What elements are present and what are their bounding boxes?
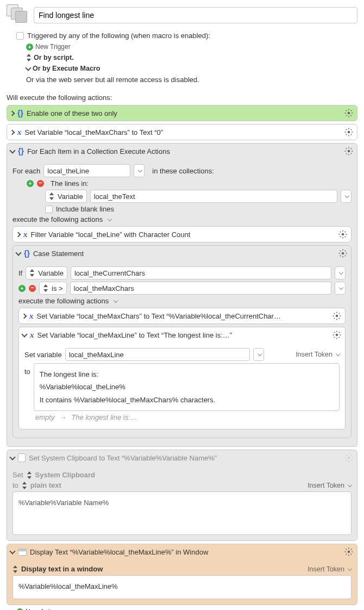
plus-icon: +	[26, 43, 33, 51]
exec-following-label: execute the following actions	[18, 297, 109, 305]
variable-icon: x	[29, 312, 34, 321]
svg-line-24	[351, 153, 352, 154]
new-action-button[interactable]: + New Action	[16, 608, 357, 610]
insert-token-button[interactable]: Insert Token	[296, 351, 340, 358]
svg-point-9	[348, 131, 350, 134]
gear-icon[interactable]	[332, 330, 342, 340]
action-set-clipboard: Set System Clipboard to Text “%Variable%…	[7, 450, 357, 541]
svg-line-62	[339, 332, 340, 333]
svg-line-50	[334, 313, 335, 314]
chevron-down-icon	[348, 566, 352, 570]
web-server-note: Or via the web server but all remote acc…	[26, 76, 356, 84]
value-textarea[interactable]: The longest line is: %Variable%local_the…	[34, 363, 340, 411]
display-value-textarea[interactable]: %Variable%local_theMaxLine%	[12, 575, 352, 599]
display-mode-select[interactable]: Display text in a window	[21, 565, 103, 573]
gear-icon[interactable]	[344, 547, 354, 557]
action-set-maxline: x Set Variable “local_theMaxLine” to Tex…	[18, 327, 346, 430]
gear-icon[interactable]	[332, 311, 342, 321]
gear-icon[interactable]	[344, 127, 354, 137]
gear-icon[interactable]	[338, 229, 348, 239]
svg-line-59	[334, 332, 335, 333]
macro-title-input[interactable]	[34, 7, 357, 23]
system-clipboard-select[interactable]: System Clipboard	[35, 471, 96, 479]
svg-point-0	[348, 112, 350, 115]
chevron-down-icon[interactable]	[108, 216, 112, 221]
svg-line-15	[351, 134, 352, 135]
svg-line-70	[346, 460, 347, 461]
svg-line-26	[351, 148, 352, 150]
triggered-checkbox[interactable]	[16, 32, 24, 40]
clipboard-value-textarea[interactable]: %Variable%Variable Name%	[12, 491, 352, 535]
minus-icon[interactable]: −	[29, 285, 36, 292]
updown-icon[interactable]	[22, 482, 27, 489]
set-variable-label: Set variable	[24, 351, 62, 359]
disclosure-icon[interactable]	[10, 129, 15, 135]
svg-line-8	[351, 110, 352, 111]
or-script-row[interactable]: Or by script.	[26, 54, 356, 61]
disclosure-icon[interactable]	[10, 110, 15, 116]
action-set-maxchars: x Set Variable “local_theMaxChars” to Te…	[7, 124, 357, 140]
insert-token-button[interactable]: Insert Token	[307, 565, 352, 573]
gear-icon[interactable]	[344, 108, 354, 118]
operator-select[interactable]: is >	[39, 282, 67, 295]
gear-icon[interactable]	[344, 146, 354, 156]
svg-line-80	[351, 549, 352, 550]
dropdown-button[interactable]	[335, 266, 346, 279]
action-enable-group: {} Enable one of these two only	[7, 105, 357, 121]
variable-icon: x	[23, 230, 28, 239]
insert-token-button[interactable]: Insert Token	[307, 482, 352, 489]
svg-line-79	[346, 554, 347, 555]
svg-line-60	[339, 337, 340, 338]
condition-type-select[interactable]: Variable	[26, 266, 67, 279]
plus-icon[interactable]: +	[18, 285, 26, 292]
or-execute-row[interactable]: Or by Execute Macro	[26, 65, 356, 72]
include-blank-checkbox[interactable]	[45, 206, 53, 213]
disclosure-icon[interactable]	[16, 232, 21, 237]
chevron-down-icon	[336, 352, 340, 356]
source-variable-input[interactable]: local_theText	[90, 190, 337, 203]
compare-value-input[interactable]: local_theMaxChars	[70, 282, 331, 295]
svg-line-51	[339, 318, 340, 319]
svg-line-69	[351, 460, 352, 461]
dropdown-button[interactable]	[335, 282, 346, 295]
svg-line-33	[345, 236, 346, 238]
condition-variable-input[interactable]: local_theCurrentChars	[71, 266, 331, 279]
format-select[interactable]: plain text	[30, 481, 61, 489]
updown-icon[interactable]	[27, 471, 32, 479]
dropdown-button[interactable]	[253, 348, 264, 361]
action-set-maxchars-2: x Set Variable “local_theMaxChars” to Te…	[18, 308, 346, 324]
svg-line-42	[345, 256, 346, 257]
minus-icon[interactable]: −	[37, 180, 44, 187]
svg-point-45	[336, 315, 338, 318]
to-label: to	[12, 481, 18, 489]
source-type-select[interactable]: Variable	[45, 190, 87, 203]
disclosure-icon[interactable]	[9, 147, 15, 153]
new-trigger-button[interactable]: + New Trigger	[26, 43, 356, 51]
disclosure-icon[interactable]	[9, 454, 15, 460]
clipboard-icon	[18, 453, 26, 462]
svg-line-32	[340, 232, 341, 233]
action-filter: x Filter Variable “local_theLine” with C…	[12, 226, 352, 242]
window-icon	[18, 549, 27, 556]
disclosure-icon[interactable]	[9, 548, 15, 554]
updown-icon[interactable]	[12, 565, 18, 573]
variable-name-input[interactable]: local_theMaxLine	[65, 348, 250, 361]
disclosure-icon[interactable]	[21, 331, 27, 337]
macro-icon	[7, 4, 30, 26]
dropdown-button[interactable]	[134, 164, 145, 177]
dropdown-button[interactable]	[341, 190, 352, 203]
plus-icon[interactable]: +	[27, 180, 34, 187]
disclosure-icon[interactable]	[15, 250, 21, 256]
to-label: to	[24, 363, 30, 376]
arrow-icon: →	[59, 413, 66, 421]
gear-icon[interactable]	[338, 248, 348, 258]
gear-icon[interactable]	[344, 453, 354, 463]
updown-icon	[26, 54, 32, 61]
svg-line-35	[345, 232, 346, 233]
foreach-variable-select[interactable]: local_theLine	[43, 164, 130, 177]
for-each-label: For each	[12, 167, 40, 175]
svg-line-68	[346, 455, 347, 456]
disclosure-icon[interactable]	[22, 313, 27, 319]
chevron-down-icon[interactable]	[114, 298, 118, 302]
empty-preview: The longest line is:…	[71, 413, 137, 421]
